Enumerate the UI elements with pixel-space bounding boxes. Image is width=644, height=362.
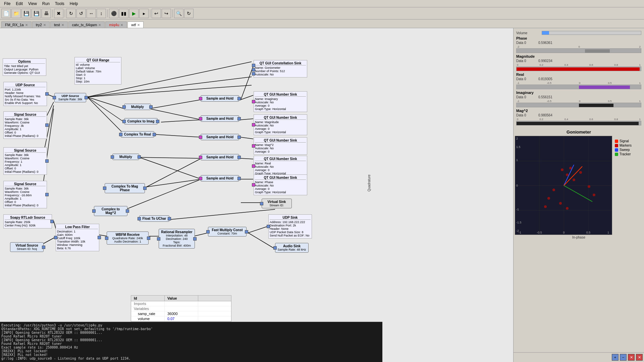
close-tab-catv[interactable]: ✕ bbox=[98, 23, 101, 27]
console-line-0: Executing: /usr/bin/python3 -u /usr/stev… bbox=[1, 323, 381, 327]
float-to-uchar-node[interactable]: Float To UChar bbox=[139, 215, 169, 222]
complex-to-mag2-node[interactable]: Complex to Mag^2 bbox=[94, 206, 127, 216]
fmc-out-port bbox=[245, 230, 248, 234]
udp-source-out-port bbox=[45, 92, 49, 96]
close-2-button[interactable]: ✕ bbox=[636, 354, 643, 361]
number-magsq-in-port bbox=[252, 144, 255, 148]
svg-text:-1: -1 bbox=[516, 208, 519, 211]
zoom-in-button[interactable]: + bbox=[612, 354, 619, 361]
signal-source-2-block[interactable]: Signal Source Sample Rate: 36k Waveform:… bbox=[3, 147, 47, 175]
magsq-fill bbox=[517, 122, 639, 125]
ctm2-in-port bbox=[92, 209, 96, 213]
close-1-button[interactable]: ✕ bbox=[628, 354, 635, 361]
imaginary-section: Imaginary Data 0 0.556151 -1-0.500.51 bbox=[516, 91, 641, 107]
real-track[interactable] bbox=[516, 85, 641, 89]
menu-run[interactable]: Run bbox=[40, 1, 52, 7]
cti-out-port bbox=[156, 120, 159, 123]
flowgraph[interactable]: Options Title: Not titled yet Output Lan… bbox=[0, 28, 513, 362]
open-button[interactable]: 📁 bbox=[11, 9, 21, 18]
real-fill bbox=[579, 86, 630, 89]
close-button[interactable]: ✖ bbox=[54, 9, 63, 18]
menu-edit[interactable]: Edit bbox=[13, 1, 25, 7]
close-tab-wtf[interactable]: ✕ bbox=[137, 23, 140, 27]
sample-hold-5-node[interactable]: Sample and Hold bbox=[201, 175, 239, 182]
step-button[interactable]: ▸ bbox=[139, 9, 149, 18]
menu-file[interactable]: File bbox=[1, 1, 13, 7]
audio-sink-node[interactable]: Audio Sink Sample Rate: 48 kHz bbox=[275, 243, 309, 253]
virtual-sink-node[interactable]: Virtual Sink Stream ID: bbox=[262, 199, 292, 208]
console-line-9: [R82XX] PLL not locked! bbox=[1, 353, 381, 357]
svg-text:1: 1 bbox=[516, 158, 518, 162]
wbfm-receive-node[interactable]: WBFM Receive Quadrature Rate: 240k Audio… bbox=[107, 231, 149, 245]
sample-hold-4-node[interactable]: Sample and Hold bbox=[201, 154, 239, 160]
imaginary-track[interactable] bbox=[516, 103, 641, 107]
play-button[interactable]: ▶ bbox=[129, 9, 139, 18]
flip-h[interactable]: ↔ bbox=[87, 9, 96, 18]
qt-gui-number-phase-block[interactable]: QT GUI Number Sink Name: Phase Autoscale… bbox=[254, 174, 307, 195]
virtual-source-node[interactable]: Virtual Source Stream ID: hcq bbox=[10, 242, 44, 252]
phase-data-row: Data 0 0.596361 bbox=[516, 41, 641, 45]
sample-hold-3-node[interactable]: Sample and Hold bbox=[201, 134, 239, 140]
new-button[interactable]: 📄 bbox=[1, 9, 11, 18]
save-button[interactable]: 💾 bbox=[21, 9, 31, 18]
throttle-node[interactable]: UDP Source Sample Rate: 36k bbox=[54, 93, 86, 102]
options-block[interactable]: Options Title: Not titled yet Output Lan… bbox=[3, 58, 46, 76]
volume-slider-row: Volume bbox=[516, 31, 641, 35]
menu-help[interactable]: Help bbox=[67, 1, 81, 7]
tab-wtf[interactable]: wtf ✕ bbox=[127, 21, 144, 28]
redo-button[interactable]: ↪ bbox=[162, 9, 171, 18]
complex-to-imag-node[interactable]: Complex to Imag bbox=[124, 118, 158, 124]
close-tab-miq4u[interactable]: ✕ bbox=[120, 23, 123, 27]
signal-source-3-block[interactable]: Signal Source Sample Rate: 36k Waveform:… bbox=[3, 181, 47, 208]
imports-row: Imports bbox=[131, 301, 231, 306]
signal-source-2-title: Signal Source bbox=[5, 149, 46, 153]
tab-test[interactable]: test ✕ bbox=[50, 21, 68, 28]
sample-hold-1-node[interactable]: Sample and Hold bbox=[201, 95, 239, 102]
qt-gui-number-imaginary-block[interactable]: QT GUI Number Sink Name: Imaginary Autos… bbox=[254, 91, 307, 112]
phase-track[interactable] bbox=[516, 48, 641, 53]
tab-try2[interactable]: try2 ✕ bbox=[32, 21, 50, 28]
complex-to-real-node[interactable]: Complex To Real bbox=[121, 131, 154, 138]
sh2-in-port bbox=[199, 117, 202, 120]
qt-gui-number-magnitude-block[interactable]: QT GUI Number Sink Name: Magnitude Autos… bbox=[254, 114, 307, 135]
low-pass-filter-block[interactable]: Low Pass Filter Decimation: 1 Gain: 600m… bbox=[56, 224, 99, 251]
menu-tools[interactable]: Tools bbox=[52, 1, 67, 7]
stop-button[interactable]: ⚫ bbox=[109, 9, 118, 18]
save-as-button[interactable]: 💾 bbox=[32, 9, 41, 18]
magsq-track[interactable] bbox=[516, 121, 641, 125]
qt-gui-number-magsq-block[interactable]: QT GUI Number Sink Name: Mag^2 Autoscale… bbox=[254, 137, 307, 155]
tab-fm-rx-1a[interactable]: FM_RX_1a ✕ bbox=[1, 21, 32, 28]
print-button[interactable]: 🖶 bbox=[42, 9, 51, 18]
search-button[interactable]: 🔍 bbox=[174, 9, 183, 18]
qt-gui-number-real-title: QT GUI Number Sink bbox=[255, 157, 306, 161]
sample-hold-2-node[interactable]: Sample and Hold bbox=[201, 115, 239, 122]
zoom-out-button[interactable]: − bbox=[620, 354, 627, 361]
soapy-rtlsdr-block[interactable]: Soapy RTLsdr Source Sample Rate: 250k Ce… bbox=[3, 214, 52, 228]
pause-button[interactable]: ▮▮ bbox=[119, 9, 128, 18]
magnitude-track[interactable] bbox=[516, 66, 641, 71]
complex-to-mag-phase-node[interactable]: Complex To Mag Phase bbox=[105, 183, 145, 193]
tab-miq4u[interactable]: miq4u ✕ bbox=[105, 21, 127, 28]
rotate-ccw[interactable]: ↻ bbox=[66, 9, 76, 18]
multiply-2-node[interactable]: Multiply bbox=[112, 154, 139, 160]
rotate-cw[interactable]: ↺ bbox=[76, 9, 86, 18]
close-tab-test[interactable]: ✕ bbox=[61, 23, 64, 27]
flip-v[interactable]: ↕ bbox=[97, 9, 106, 18]
refresh-button[interactable]: ↻ bbox=[184, 9, 194, 18]
close-tab-try2[interactable]: ✕ bbox=[43, 23, 46, 27]
udp-source-block[interactable]: UDP Source Port: 1.234k Header: None Not… bbox=[3, 82, 47, 106]
fast-multiply-const-node[interactable]: Fast Multiply Const Constant: 70m bbox=[208, 227, 247, 237]
qt-gui-constellation-block[interactable]: QT GUI Constellation Sink Name: Goniomet… bbox=[254, 60, 307, 77]
signal-source-1-block[interactable]: Signal Source Sample Rate: 36k Waveform:… bbox=[3, 111, 47, 139]
close-tab-fm-rx-1a[interactable]: ✕ bbox=[25, 23, 28, 27]
multiply-1-node[interactable]: Multiply bbox=[124, 104, 151, 110]
menu-view[interactable]: View bbox=[25, 1, 40, 7]
tab-catv[interactable]: catv_tx_64qam ✕ bbox=[68, 21, 105, 28]
qt-gui-range-block[interactable]: QT GUI Range Id: volume Label: Volume De… bbox=[74, 57, 121, 85]
qt-gui-number-real-block[interactable]: QT GUI Number Sink Name: Real Autoscale:… bbox=[254, 156, 307, 176]
ctr-in-port bbox=[119, 133, 122, 136]
udp-sink-block[interactable]: UDP Sink Address: 192.168.222.222 Destin… bbox=[268, 214, 312, 239]
undo-button[interactable]: ↩ bbox=[152, 9, 161, 18]
volume-track[interactable] bbox=[542, 31, 641, 35]
rational-resampler-node[interactable]: Rational Resampler Interpolation: 48 Dec… bbox=[159, 229, 195, 249]
